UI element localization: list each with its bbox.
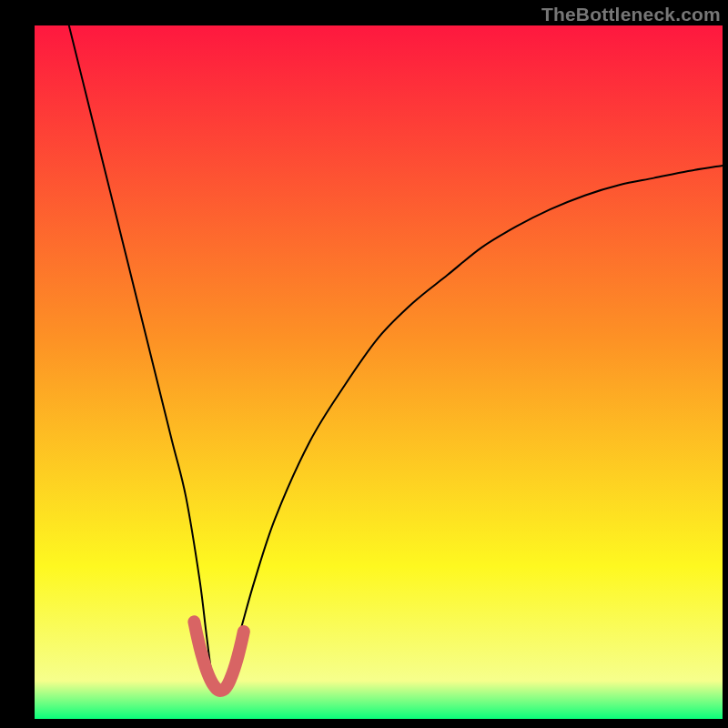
watermark-text: TheBottleneck.com — [541, 4, 721, 25]
chart-svg — [35, 25, 723, 719]
chart-background — [35, 25, 723, 719]
chart-frame — [35, 25, 723, 719]
